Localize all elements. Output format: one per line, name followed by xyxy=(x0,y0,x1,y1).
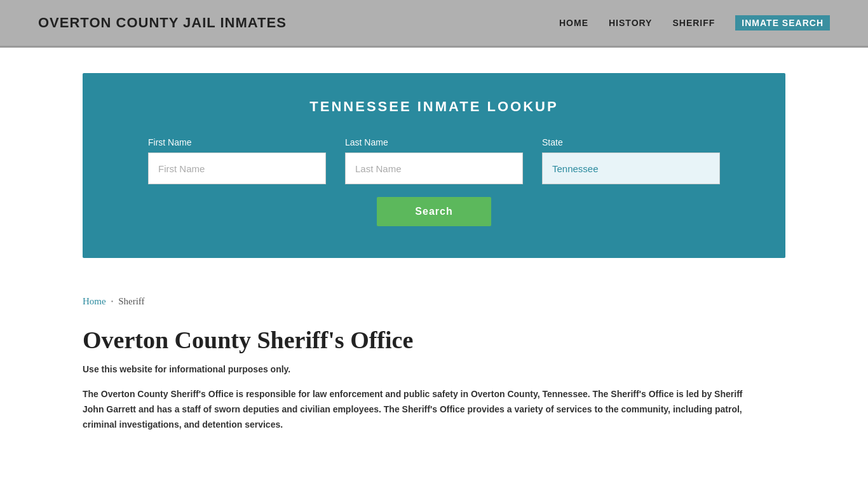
search-banner-title: TENNESSEE INMATE LOOKUP xyxy=(121,98,747,115)
search-fields: First Name Last Name State xyxy=(121,137,747,184)
breadcrumb-separator: • xyxy=(111,298,114,305)
site-header: OVERTON COUNTY JAIL INMATES HOME HISTORY… xyxy=(0,0,868,48)
first-name-group: First Name xyxy=(148,137,326,184)
nav-history[interactable]: HISTORY xyxy=(609,18,652,28)
search-banner: TENNESSEE INMATE LOOKUP First Name Last … xyxy=(83,73,785,258)
breadcrumb-home-link[interactable]: Home xyxy=(83,296,106,307)
search-button[interactable]: Search xyxy=(377,197,491,226)
nav-inmate-search[interactable]: INMATE SEARCH xyxy=(735,15,830,30)
main-nav: HOME HISTORY SHERIFF INMATE SEARCH xyxy=(559,15,830,30)
page-title: Overton County Sheriff's Office xyxy=(83,326,785,354)
first-name-label: First Name xyxy=(148,137,326,147)
page-subtitle: Use this website for informational purpo… xyxy=(83,364,785,374)
state-group: State xyxy=(542,137,720,184)
breadcrumb: Home • Sheriff xyxy=(83,296,785,307)
nav-sheriff[interactable]: SHERIFF xyxy=(672,18,715,28)
last-name-input[interactable] xyxy=(345,152,523,184)
last-name-label: Last Name xyxy=(345,137,523,147)
last-name-group: Last Name xyxy=(345,137,523,184)
site-logo: OVERTON COUNTY JAIL INMATES xyxy=(38,15,287,31)
search-form: First Name Last Name State Search xyxy=(121,137,747,226)
state-input[interactable] xyxy=(542,152,720,184)
page-description: The Overton County Sheriff's Office is r… xyxy=(83,387,750,432)
first-name-input[interactable] xyxy=(148,152,326,184)
nav-home[interactable]: HOME xyxy=(559,18,588,28)
main-content: Home • Sheriff Overton County Sheriff's … xyxy=(0,283,868,458)
breadcrumb-current: Sheriff xyxy=(118,296,144,307)
state-label: State xyxy=(542,137,720,147)
